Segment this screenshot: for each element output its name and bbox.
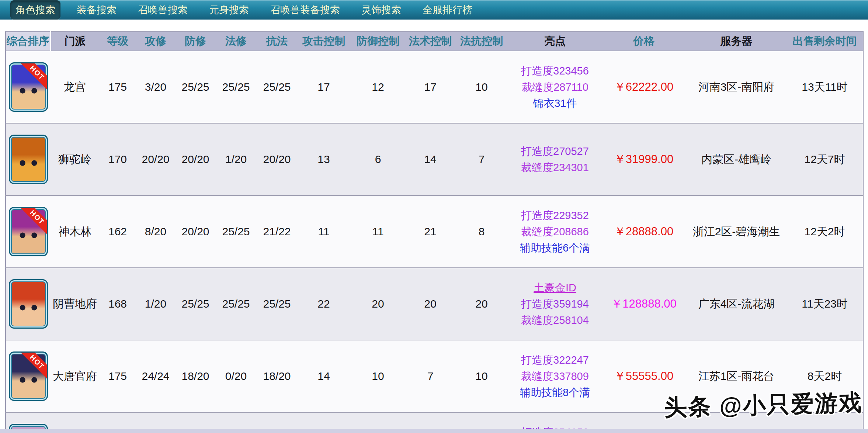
table-row: HOT神木林1628/2020/2025/2521/221111218打造度22… (6, 195, 863, 268)
column-header-14[interactable]: 出售剩余时间 (787, 32, 863, 51)
nav-tab-0[interactable]: 角色搜索 (10, 0, 60, 20)
highlight-line[interactable]: 土豪金ID (508, 280, 601, 296)
avatar-cell (6, 268, 51, 340)
attack-control-cell: 13 (298, 123, 350, 195)
resist-control-cell: 7 (455, 123, 508, 195)
defense-control-cell: 20 (350, 268, 406, 340)
avatar-cell: HOT (6, 195, 51, 268)
table-header-row: 综合排序门派等级攻修防修法修抗法攻击控制防御控制法术控制法抗控制亮点价格服务器出… (6, 32, 863, 51)
highlight-line: 裁缝度258104 (508, 312, 601, 328)
magic-control-cell: 20 (406, 268, 455, 340)
price-cell: ￥31999.00 (601, 123, 686, 195)
highlights-cell: 打造度270527裁缝度234301 (508, 123, 601, 195)
server-cell: 浙江2区-碧海潮生 (686, 195, 787, 268)
avatar-cell (6, 123, 51, 195)
highlight-line: 打造度270527 (508, 143, 601, 159)
attack-control-cell: 14 (298, 340, 350, 412)
hot-badge: HOT (18, 207, 48, 236)
column-header-10[interactable]: 法抗控制 (455, 32, 508, 51)
nav-tab-4[interactable]: 召唤兽装备搜索 (265, 0, 345, 20)
defense-control-cell: 11 (350, 195, 406, 268)
highlight-line: 打造度322247 (508, 352, 601, 368)
defense-cult-cell: 25/25 (175, 268, 216, 340)
column-header-5[interactable]: 法修 (216, 32, 256, 51)
time-left-cell: 12天7时 (787, 123, 863, 195)
highlight-line: 辅助技能8个满 (508, 384, 601, 401)
price-value: ￥128888.00 (611, 297, 677, 310)
highlights-cell: 打造度322247裁缝度337809辅助技能8个满 (508, 340, 601, 412)
resist-cult-cell: 25/25 (256, 268, 298, 340)
defense-control-cell: 6 (350, 123, 406, 195)
school-cell: 大唐官府 (51, 340, 99, 412)
school-cell: 阴曹地府 (51, 268, 99, 340)
level-cell: 162 (99, 195, 136, 268)
school-cell: 龙宫 (51, 51, 99, 123)
table-footer-strip (0, 429, 868, 433)
table-row: 阴曹地府1681/2025/2525/2525/2522202020土豪金ID打… (6, 268, 863, 340)
resist-cult-cell: 18/20 (256, 340, 298, 412)
character-avatar[interactable]: HOT (9, 351, 48, 401)
column-header-2[interactable]: 等级 (99, 32, 136, 51)
column-header-1: 门派 (51, 32, 99, 51)
time-left-cell: 13天11时 (787, 51, 863, 123)
price-cell: ￥28888.00 (601, 195, 686, 268)
attack-cult-cell: 1/20 (136, 268, 175, 340)
highlight-line: 锦衣31件 (508, 95, 601, 111)
character-avatar[interactable] (9, 279, 48, 329)
character-avatar[interactable]: HOT (9, 207, 48, 256)
level-cell: 175 (99, 51, 136, 123)
attack-cult-cell: 8/20 (136, 195, 175, 268)
magic-cult-cell: 0/20 (216, 340, 256, 412)
highlight-line: 辅助技能6个满 (508, 240, 601, 256)
nav-tab-1[interactable]: 装备搜索 (72, 0, 122, 20)
highlight-line: 打造度229352 (508, 207, 601, 224)
price-value: ￥31999.00 (614, 153, 673, 166)
defense-cult-cell: 20/20 (175, 123, 216, 195)
attack-control-cell: 22 (298, 268, 350, 340)
attack-control-cell: 11 (298, 195, 350, 268)
nav-tab-2[interactable]: 召唤兽搜索 (133, 0, 193, 20)
character-avatar[interactable] (9, 135, 48, 184)
magic-cult-cell: 25/25 (216, 268, 256, 340)
highlight-line: 打造度323456 (508, 63, 601, 79)
price-cell: ￥62222.00 (601, 51, 686, 123)
column-header-4[interactable]: 防修 (175, 32, 216, 51)
column-header-8[interactable]: 防御控制 (350, 32, 406, 51)
nav-tab-5[interactable]: 灵饰搜索 (356, 0, 406, 20)
watermark-text: 头条 @小只爱游戏 (664, 387, 863, 423)
defense-cult-cell: 18/20 (175, 340, 216, 412)
magic-control-cell: 17 (406, 51, 455, 123)
column-header-3[interactable]: 攻修 (136, 32, 175, 51)
column-header-13: 服务器 (686, 32, 787, 51)
resist-control-cell: 10 (455, 51, 508, 123)
column-header-12[interactable]: 价格 (601, 32, 686, 51)
server-cell: 内蒙区-雄鹰岭 (686, 123, 787, 195)
highlight-line: 裁缝度287110 (508, 79, 601, 95)
resist-control-cell: 10 (455, 340, 508, 412)
character-listing-table: 综合排序门派等级攻修防修法修抗法攻击控制防御控制法术控制法抗控制亮点价格服务器出… (5, 31, 864, 433)
nav-tab-3[interactable]: 元身搜索 (204, 0, 254, 20)
avatar-cell: HOT (6, 340, 51, 412)
attack-cult-cell: 20/20 (136, 123, 175, 195)
column-header-9[interactable]: 法术控制 (406, 32, 455, 51)
time-left-cell: 12天2时 (787, 195, 863, 268)
magic-cult-cell: 25/25 (216, 195, 256, 268)
character-avatar[interactable]: HOT (9, 62, 48, 112)
column-header-6[interactable]: 抗法 (256, 32, 298, 51)
highlight-line: 打造度359194 (508, 296, 601, 312)
defense-control-cell: 12 (350, 51, 406, 123)
defense-control-cell: 10 (350, 340, 406, 412)
resist-control-cell: 8 (455, 195, 508, 268)
hot-badge: HOT (18, 62, 48, 91)
nav-tab-6[interactable]: 全服排行榜 (417, 0, 478, 20)
table-row: HOT龙宫1753/2025/2525/2525/2517121710打造度32… (6, 51, 863, 123)
highlights-cell: 打造度323456裁缝度287110锦衣31件 (508, 51, 601, 123)
column-header-7[interactable]: 攻击控制 (298, 32, 350, 51)
column-header-0[interactable]: 综合排序 (6, 32, 51, 51)
attack-cult-cell: 3/20 (136, 51, 175, 123)
resist-control-cell: 20 (455, 268, 508, 340)
resist-cult-cell: 20/20 (256, 123, 298, 195)
highlight-line: 裁缝度234301 (508, 159, 601, 176)
resist-cult-cell: 21/22 (256, 195, 298, 268)
price-value: ￥62222.00 (614, 80, 673, 93)
